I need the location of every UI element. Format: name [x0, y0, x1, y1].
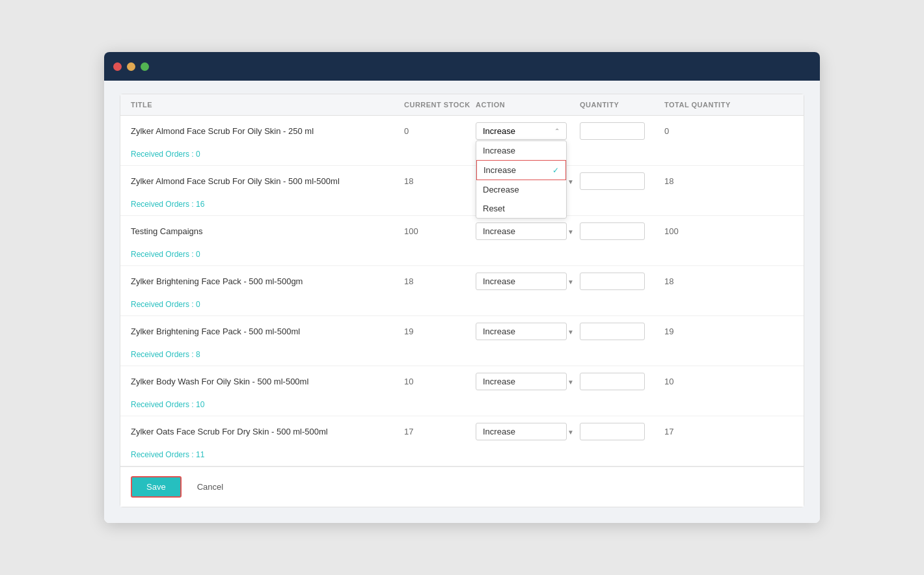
- row-quantity-5: [580, 373, 664, 390]
- action-select-6[interactable]: Increase Decrease Reset: [476, 423, 567, 440]
- row-quantity-6: [580, 423, 664, 440]
- row-main-0: Zylker Almond Face Scrub For Oily Skin -…: [120, 116, 804, 146]
- dropdown-option-increase-0[interactable]: Increase: [476, 141, 566, 160]
- close-dot[interactable]: [113, 62, 122, 71]
- dropdown-option-increase-selected-0[interactable]: Increase ✓: [476, 160, 566, 180]
- received-orders-0: Received Orders : 0: [131, 150, 200, 159]
- chevron-down-icon: ▼: [567, 428, 574, 435]
- chevron-down-icon: ▼: [567, 228, 574, 235]
- table-header: TITLE CURRENT STOCK ACTION QUANTITY TOTA…: [120, 94, 804, 116]
- dropdown-menu-0: Increase Increase ✓ Decrease: [476, 140, 567, 219]
- received-orders-3: Received Orders : 0: [131, 300, 200, 309]
- received-orders-4: Received Orders : 8: [131, 350, 200, 359]
- action-wrapper-2: Increase Decrease Reset ▼: [476, 222, 580, 240]
- row-stock-3: 18: [404, 276, 476, 286]
- row-main-1: Zylker Almond Face Scrub For Oily Skin -…: [120, 166, 804, 196]
- content-area: TITLE CURRENT STOCK ACTION QUANTITY TOTA…: [104, 81, 820, 523]
- action-select-5[interactable]: Increase Decrease Reset: [476, 373, 567, 390]
- row-title-0: Zylker Almond Face Scrub For Oily Skin -…: [131, 126, 404, 136]
- table-body: Zylker Almond Face Scrub For Oily Skin -…: [120, 116, 804, 466]
- row-total-3: 18: [664, 276, 762, 286]
- chevron-up-icon: ⌃: [554, 127, 560, 135]
- check-icon: ✓: [552, 166, 559, 175]
- table-row: Zylker Body Wash For Oily Skin - 500 ml-…: [120, 366, 804, 416]
- row-stock-0: 0: [404, 126, 476, 136]
- row-main-2: Testing Campaigns 100 Increase Decrease …: [120, 216, 804, 247]
- action-wrapper-6: Increase Decrease Reset ▼: [476, 423, 580, 440]
- row-quantity-4: [580, 323, 664, 340]
- received-orders-2: Received Orders : 0: [131, 250, 200, 259]
- col-header-total: TOTAL QUANTITY: [664, 101, 762, 109]
- chevron-down-icon: ▼: [567, 278, 574, 285]
- received-orders-1: Received Orders : 16: [131, 200, 204, 209]
- row-title-1: Zylker Almond Face Scrub For Oily Skin -…: [131, 176, 404, 186]
- row-sub-5: Received Orders : 10: [120, 397, 804, 416]
- quantity-input-1[interactable]: [580, 172, 645, 190]
- action-wrapper-3: Increase Decrease Reset ▼: [476, 273, 580, 290]
- action-dropdown-wrapper-0: Increase ⌃ Increase Increase ✓: [476, 122, 580, 140]
- row-quantity-2: [580, 222, 664, 240]
- col-header-stock: CURRENT STOCK: [404, 101, 476, 109]
- app-window: TITLE CURRENT STOCK ACTION QUANTITY TOTA…: [104, 52, 820, 523]
- chevron-down-icon: ▼: [567, 378, 574, 385]
- action-wrapper-5: Increase Decrease Reset ▼: [476, 373, 580, 390]
- quantity-input-4[interactable]: [580, 323, 645, 340]
- action-select-3[interactable]: Increase Decrease Reset: [476, 273, 567, 290]
- row-title-4: Zylker Brightening Face Pack - 500 ml-50…: [131, 327, 404, 336]
- quantity-input-0[interactable]: [580, 122, 645, 140]
- row-total-5: 10: [664, 377, 762, 386]
- row-sub-4: Received Orders : 8: [120, 347, 804, 366]
- row-total-2: 100: [664, 226, 762, 236]
- table-row: Zylker Almond Face Scrub For Oily Skin -…: [120, 166, 804, 216]
- quantity-input-3[interactable]: [580, 273, 645, 290]
- row-sub-2: Received Orders : 0: [120, 247, 804, 265]
- row-main-3: Zylker Brightening Face Pack - 500 ml-50…: [120, 266, 804, 297]
- row-main-5: Zylker Body Wash For Oily Skin - 500 ml-…: [120, 366, 804, 397]
- col-header-action: ACTION: [476, 101, 580, 109]
- table-row: Zylker Almond Face Scrub For Oily Skin -…: [120, 116, 804, 166]
- row-title-6: Zylker Oats Face Scrub For Dry Skin - 50…: [131, 427, 404, 436]
- footer-bar: Save Cancel: [120, 466, 804, 507]
- col-header-title: TITLE: [131, 101, 404, 109]
- quantity-input-2[interactable]: [580, 222, 645, 240]
- table-row: Zylker Brightening Face Pack - 500 ml-50…: [120, 316, 804, 366]
- action-select-2[interactable]: Increase Decrease Reset: [476, 222, 567, 240]
- action-wrapper-4: Increase Decrease Reset ▼: [476, 323, 580, 340]
- table-container: TITLE CURRENT STOCK ACTION QUANTITY TOTA…: [120, 94, 804, 507]
- dropdown-option-decrease-0[interactable]: Decrease: [476, 180, 566, 199]
- row-quantity-1: [580, 172, 664, 190]
- row-stock-4: 19: [404, 327, 476, 336]
- action-select-4[interactable]: Increase Decrease Reset: [476, 323, 567, 340]
- chevron-down-icon: ▼: [567, 178, 574, 185]
- row-stock-1: 18: [404, 176, 476, 186]
- col-header-quantity: QUANTITY: [580, 101, 664, 109]
- row-sub-3: Received Orders : 0: [120, 297, 804, 315]
- cancel-button[interactable]: Cancel: [189, 477, 231, 496]
- table-row: Zylker Brightening Face Pack - 500 ml-50…: [120, 266, 804, 316]
- table-row: Testing Campaigns 100 Increase Decrease …: [120, 216, 804, 266]
- maximize-dot[interactable]: [141, 62, 149, 71]
- quantity-input-6[interactable]: [580, 423, 645, 440]
- row-title-3: Zylker Brightening Face Pack - 500 ml-50…: [131, 276, 404, 286]
- row-sub-0: Received Orders : 0: [120, 146, 804, 165]
- received-orders-5: Received Orders : 10: [131, 400, 204, 409]
- row-main-4: Zylker Brightening Face Pack - 500 ml-50…: [120, 316, 804, 347]
- row-quantity-3: [580, 273, 664, 290]
- row-total-4: 19: [664, 327, 762, 336]
- save-button[interactable]: Save: [131, 476, 182, 498]
- action-select-0[interactable]: Increase ⌃: [476, 122, 567, 140]
- row-sub-6: Received Orders : 11: [120, 447, 804, 466]
- row-main-6: Zylker Oats Face Scrub For Dry Skin - 50…: [120, 416, 804, 447]
- row-quantity-0: [580, 122, 664, 140]
- row-stock-6: 17: [404, 427, 476, 436]
- row-total-0: 0: [664, 126, 762, 136]
- row-total-1: 18: [664, 176, 762, 186]
- row-title-5: Zylker Body Wash For Oily Skin - 500 ml-…: [131, 377, 404, 386]
- quantity-input-5[interactable]: [580, 373, 645, 390]
- action-selected-value-0: Increase: [483, 126, 515, 136]
- minimize-dot[interactable]: [127, 62, 135, 71]
- row-sub-1: Received Orders : 16: [120, 196, 804, 215]
- row-stock-5: 10: [404, 377, 476, 386]
- dropdown-option-reset-0[interactable]: Reset: [476, 199, 566, 218]
- received-orders-6: Received Orders : 11: [131, 450, 204, 459]
